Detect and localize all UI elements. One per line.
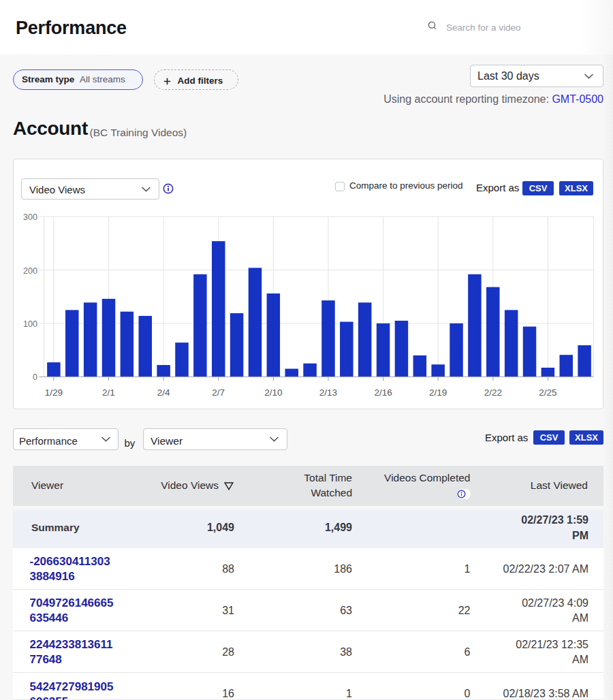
svg-text:2/7: 2/7 xyxy=(212,387,225,398)
svg-text:200: 200 xyxy=(23,266,37,276)
svg-text:1/29: 1/29 xyxy=(45,387,63,398)
svg-text:2/22: 2/22 xyxy=(484,387,502,398)
svg-text:2/4: 2/4 xyxy=(157,387,170,398)
svg-text:2/10: 2/10 xyxy=(264,387,282,398)
svg-text:300: 300 xyxy=(23,212,37,222)
svg-text:2/16: 2/16 xyxy=(374,387,392,398)
svg-text:2/1: 2/1 xyxy=(102,387,115,398)
svg-text:2/25: 2/25 xyxy=(539,387,556,398)
svg-text:2/13: 2/13 xyxy=(319,387,337,398)
svg-text:100: 100 xyxy=(23,319,37,329)
svg-text:0: 0 xyxy=(33,372,37,382)
svg-text:2/19: 2/19 xyxy=(429,387,447,398)
